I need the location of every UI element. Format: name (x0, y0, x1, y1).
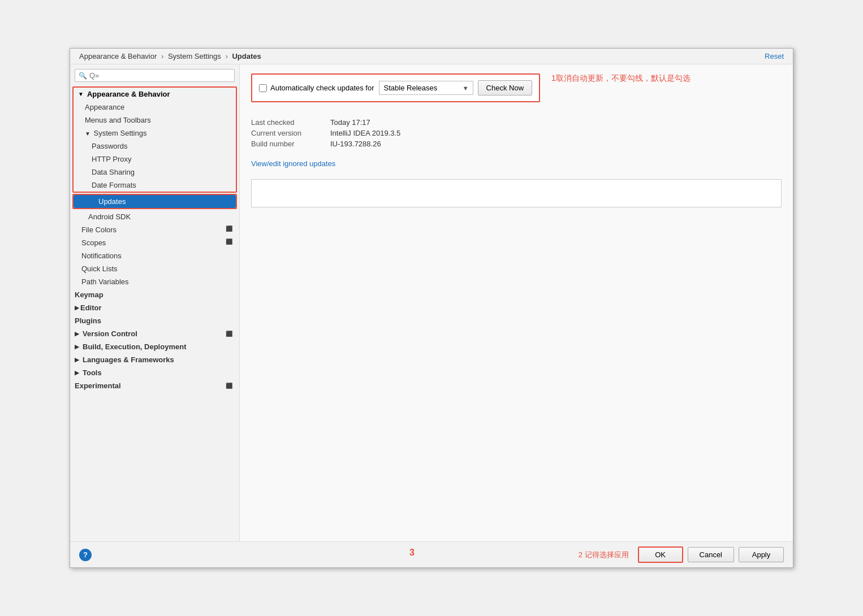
scopes-icon: ⬛ (226, 238, 232, 247)
appearance-behavior-section: ▼ Appearance & Behavior Appearance Menus… (72, 86, 237, 193)
breadcrumb-sep2: › (225, 52, 227, 60)
sidebar-item-notifications[interactable]: Notifications (70, 249, 239, 262)
main-content: 🔍 ▼ Appearance & Behavior Appearance Men… (70, 64, 793, 541)
annotation-2-text: 2 记得选择应用 (579, 550, 629, 560)
breadcrumb: Appearance & Behavior › System Settings … (79, 52, 261, 60)
chevron-down-icon: ▼ (78, 91, 84, 97)
updates-section-border: Updates (72, 194, 237, 209)
sidebar: 🔍 ▼ Appearance & Behavior Appearance Men… (70, 64, 240, 541)
current-version-row: Current version IntelliJ IDEA 2019.3.5 (251, 129, 782, 137)
sidebar-item-data-sharing[interactable]: Data Sharing (74, 166, 236, 179)
sidebar-item-updates[interactable]: Updates (74, 195, 236, 208)
breadcrumb-part2: System Settings (168, 52, 221, 60)
auto-check-label[interactable]: Automatically check updates for (259, 84, 374, 92)
chevron-right-icon-tools: ▶ (75, 370, 79, 376)
top-bar: Appearance & Behavior › System Settings … (70, 49, 793, 64)
breadcrumb-sep1: › (161, 52, 163, 60)
appearance-behavior-label: Appearance & Behavior (87, 90, 170, 98)
chevron-right-icon-editor: ▶ (75, 305, 79, 311)
search-icon: 🔍 (79, 72, 87, 80)
current-version-label: Current version (251, 129, 330, 137)
info-table: Last checked Today 17:17 Current version… (251, 118, 782, 150)
chevron-right-icon-build: ▶ (75, 344, 79, 350)
version-control-icon: ⬛ (226, 331, 232, 337)
bottom-bar: ? 3 2 记得选择应用 OK Cancel Apply (70, 541, 793, 567)
build-number-label: Build number (251, 140, 330, 148)
experimental-icon: ⬛ (226, 383, 232, 389)
sidebar-item-scopes[interactable]: Scopes ⬛ (70, 236, 239, 249)
build-number-row: Build number IU-193.7288.26 (251, 140, 782, 148)
check-now-button[interactable]: Check Now (478, 80, 532, 96)
reset-link[interactable]: Reset (765, 52, 784, 60)
build-number-value: IU-193.7288.26 (330, 140, 381, 148)
search-box[interactable]: 🔍 (75, 69, 235, 82)
settings-dialog: Appearance & Behavior › System Settings … (70, 48, 793, 568)
sidebar-item-tools[interactable]: ▶ Tools (70, 366, 239, 379)
chevron-right-icon-lang: ▶ (75, 357, 79, 363)
updates-check-row: Automatically check updates for Stable R… (251, 73, 540, 102)
sidebar-item-build[interactable]: ▶ Build, Execution, Deployment (70, 340, 239, 353)
last-checked-value: Today 17:17 (330, 118, 370, 127)
annotation-1-text: 1取消自动更新，不要勾线，默认是勾选 (551, 73, 691, 84)
channel-select-wrapper[interactable]: Stable ReleasesEarly Access ProgramBeta … (379, 81, 473, 95)
sidebar-item-experimental[interactable]: Experimental ⬛ (70, 379, 239, 392)
sidebar-item-plugins[interactable]: Plugins (70, 314, 239, 327)
current-version-value: IntelliJ IDEA 2019.3.5 (330, 129, 400, 137)
annotation-3-text: 3 (409, 548, 415, 558)
search-input[interactable] (89, 71, 231, 80)
ok-button[interactable]: OK (638, 546, 683, 563)
white-box (251, 179, 782, 207)
right-panel: Automatically check updates for Stable R… (240, 64, 793, 541)
sidebar-item-system-settings[interactable]: ▼ System Settings (74, 127, 236, 140)
auto-check-checkbox[interactable] (259, 84, 267, 92)
last-checked-label: Last checked (251, 118, 330, 127)
channel-select[interactable]: Stable ReleasesEarly Access ProgramBeta (379, 81, 473, 95)
sidebar-item-android-sdk[interactable]: Android SDK (70, 210, 239, 223)
file-colors-icon: ⬛ (226, 225, 232, 234)
sidebar-item-passwords[interactable]: Passwords (74, 140, 236, 153)
sidebar-item-appearance[interactable]: Appearance (74, 101, 236, 114)
sidebar-item-http-proxy[interactable]: HTTP Proxy (74, 153, 236, 166)
last-checked-row: Last checked Today 17:17 (251, 118, 782, 127)
breadcrumb-part3: Updates (232, 52, 261, 60)
sidebar-item-path-variables[interactable]: Path Variables (70, 275, 239, 288)
annotation-row: Automatically check updates for Stable R… (251, 73, 782, 111)
sidebar-item-languages[interactable]: ▶ Languages & Frameworks (70, 353, 239, 366)
sidebar-item-editor[interactable]: ▶ Editor (70, 301, 239, 314)
sidebar-item-date-formats[interactable]: Date Formats (74, 179, 236, 192)
breadcrumb-part1: Appearance & Behavior (79, 52, 157, 60)
chevron-right-icon-vc: ▶ (75, 331, 79, 337)
sidebar-item-quick-lists[interactable]: Quick Lists (70, 262, 239, 275)
sidebar-item-version-control[interactable]: ▶ Version Control ⬛ (70, 327, 239, 340)
help-button[interactable]: ? (79, 549, 92, 561)
view-edit-link[interactable]: View/edit ignored updates (251, 159, 782, 168)
apply-button[interactable]: Apply (739, 547, 784, 562)
spacer (251, 219, 782, 532)
sidebar-item-keymap[interactable]: Keymap (70, 288, 239, 301)
appearance-behavior-header[interactable]: ▼ Appearance & Behavior (74, 88, 236, 101)
sidebar-item-menus-toolbars[interactable]: Menus and Toolbars (74, 114, 236, 127)
cancel-button[interactable]: Cancel (688, 547, 734, 562)
sidebar-item-file-colors[interactable]: File Colors ⬛ (70, 223, 239, 236)
chevron-down-icon-2: ▼ (85, 131, 90, 137)
